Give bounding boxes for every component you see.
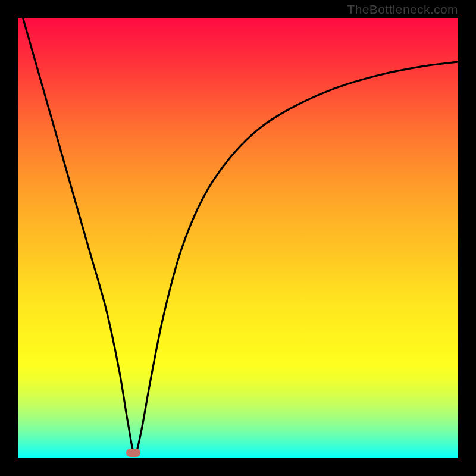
- watermark-text: TheBottleneck.com: [347, 2, 458, 17]
- bottleneck-curve: [18, 18, 458, 458]
- optimum-marker: [126, 449, 140, 457]
- chart-frame: TheBottleneck.com: [0, 0, 476, 476]
